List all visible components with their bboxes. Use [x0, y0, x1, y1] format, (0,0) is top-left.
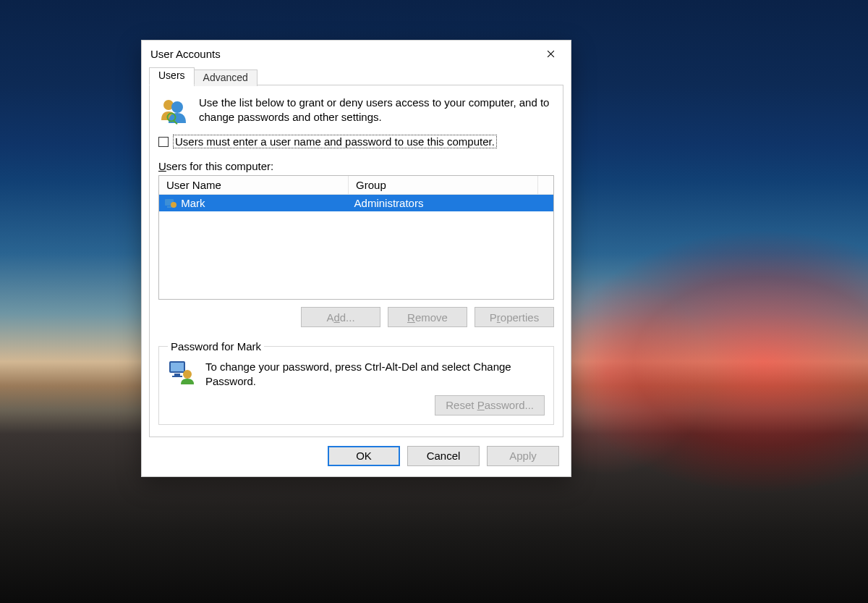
remove-button[interactable]: Remove — [388, 307, 467, 327]
require-password-row: Users must enter a user name and passwor… — [158, 135, 554, 148]
user-icon — [165, 198, 176, 208]
tab-advanced[interactable]: Advanced — [194, 69, 258, 86]
password-instruction: To change your password, press Ctrl-Alt-… — [205, 360, 545, 389]
user-buttons-row: Add... Remove Properties — [158, 307, 554, 327]
svg-point-6 — [171, 202, 176, 208]
cancel-button[interactable]: Cancel — [407, 446, 480, 466]
cell-group: Administrators — [349, 195, 538, 212]
col-spacer — [537, 176, 553, 195]
intro-row: Use the list below to grant or deny user… — [158, 96, 554, 125]
cell-username: Mark — [181, 197, 205, 209]
tab-users[interactable]: Users — [149, 67, 195, 85]
svg-rect-9 — [174, 374, 180, 376]
users-table[interactable]: User Name Group Mark Administrators — [158, 175, 554, 300]
col-group[interactable]: Group — [349, 176, 538, 195]
close-button[interactable] — [539, 45, 562, 62]
tab-strip: Users Advanced — [149, 67, 563, 85]
add-button[interactable]: Add... — [301, 307, 380, 327]
dialog-button-row: OK Cancel Apply — [142, 437, 571, 476]
window-title: User Accounts — [150, 48, 221, 60]
monitor-user-icon — [168, 360, 195, 386]
ok-button[interactable]: OK — [328, 446, 400, 466]
users-tab-panel: Use the list below to grant or deny user… — [149, 85, 563, 437]
svg-rect-10 — [172, 376, 182, 377]
svg-point-11 — [183, 370, 192, 379]
intro-text: Use the list below to grant or deny user… — [199, 96, 554, 124]
users-list-label: Users for this computer: — [158, 160, 554, 172]
users-icon — [158, 96, 187, 125]
reset-password-button[interactable]: Reset Password... — [435, 395, 545, 416]
titlebar: User Accounts — [142, 41, 571, 67]
close-icon — [547, 50, 555, 58]
col-username[interactable]: User Name — [159, 176, 349, 195]
password-group-legend: Password for Mark — [168, 340, 264, 353]
svg-rect-8 — [171, 363, 184, 371]
svg-point-1 — [171, 101, 183, 113]
svg-rect-5 — [167, 206, 171, 208]
properties-button[interactable]: Properties — [475, 307, 554, 327]
apply-button[interactable]: Apply — [487, 446, 559, 466]
password-group: Password for Mark To change your passwor… — [158, 340, 554, 425]
table-row[interactable]: Mark Administrators — [159, 195, 553, 212]
user-accounts-dialog: User Accounts Users Advanced Use the lis… — [141, 40, 571, 477]
require-password-checkbox[interactable] — [158, 137, 169, 147]
table-header-row: User Name Group — [159, 176, 553, 195]
require-password-label[interactable]: Users must enter a user name and passwor… — [173, 135, 497, 148]
